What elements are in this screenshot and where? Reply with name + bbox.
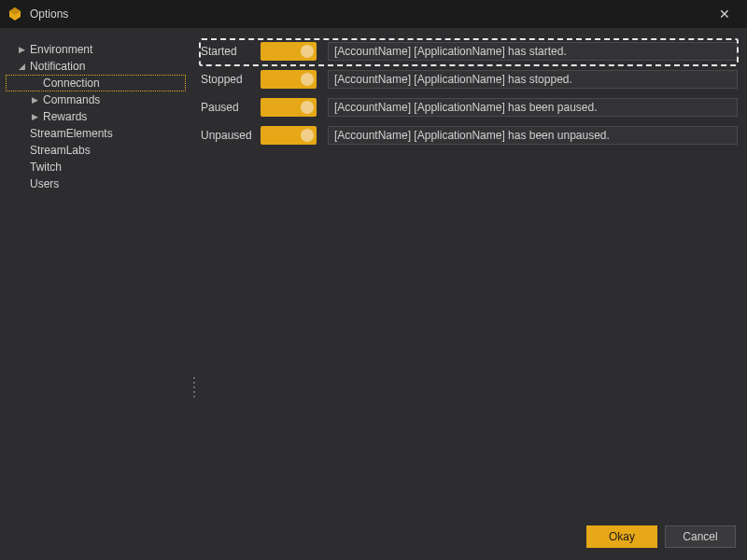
sidebar-item-label: Rewards <box>41 110 87 123</box>
row-label: Paused <box>201 101 261 114</box>
sidebar-item-streamlabs[interactable]: StreamLabs <box>6 142 186 159</box>
message-input-unpaused[interactable] <box>328 126 738 145</box>
window-title: Options <box>30 7 710 21</box>
notification-row-stopped: Stopped <box>201 69 738 90</box>
okay-button[interactable]: Okay <box>586 525 657 548</box>
notification-row-unpaused: Unpaused <box>201 125 738 146</box>
sidebar-item-label: Environment <box>28 43 92 56</box>
sidebar-item-label: Commands <box>41 93 100 106</box>
footer: Okay Cancel <box>0 513 747 560</box>
close-button[interactable]: ✕ <box>710 0 740 28</box>
cancel-button[interactable]: Cancel <box>665 525 736 548</box>
sidebar-item-rewards[interactable]: ▶Rewards <box>6 108 186 125</box>
sidebar-item-users[interactable]: Users <box>6 175 186 192</box>
sidebar-item-environment[interactable]: ▶Environment <box>6 41 186 58</box>
sidebar-item-label: Twitch <box>28 161 62 174</box>
row-label: Unpaused <box>201 129 261 142</box>
close-icon: ✕ <box>719 7 730 21</box>
sidebar-item-label: Notification <box>28 60 85 73</box>
toggle-thumb <box>301 45 314 58</box>
row-label: Stopped <box>201 73 261 86</box>
sidebar-item-connection[interactable]: Connection <box>6 75 186 91</box>
sidebar-item-commands[interactable]: ▶Commands <box>6 91 186 108</box>
expand-right-icon: ▶ <box>28 95 41 105</box>
toggle-thumb <box>301 101 314 114</box>
toggle-paused[interactable] <box>261 98 317 117</box>
notification-row-started: Started <box>201 41 738 62</box>
message-input-started[interactable] <box>328 42 738 61</box>
toggle-stopped[interactable] <box>261 70 317 89</box>
sidebar-item-label: Users <box>28 177 59 190</box>
message-input-stopped[interactable] <box>328 70 738 89</box>
row-label: Started <box>201 45 261 58</box>
expand-down-icon: ◢ <box>15 62 28 71</box>
toggle-thumb <box>301 129 314 142</box>
app-icon <box>7 7 22 21</box>
sidebar-item-notification[interactable]: ◢Notification <box>6 58 186 75</box>
toggle-started[interactable] <box>261 42 317 61</box>
main-panel: StartedStoppedPausedUnpaused <box>197 28 747 513</box>
sidebar-item-twitch[interactable]: Twitch <box>6 159 186 175</box>
sidebar-item-streamelements[interactable]: StreamElements <box>6 125 186 142</box>
sidebar-item-label: StreamElements <box>28 127 113 140</box>
toggle-thumb <box>301 73 314 86</box>
expand-right-icon: ▶ <box>28 112 41 121</box>
expand-right-icon: ▶ <box>15 45 28 54</box>
okay-label: Okay <box>609 530 635 543</box>
titlebar: Options ✕ <box>0 0 747 28</box>
sidebar-item-label: StreamLabs <box>28 144 91 157</box>
sidebar: ▶Environment◢NotificationConnection▶Comm… <box>0 28 191 513</box>
cancel-label: Cancel <box>683 530 717 543</box>
sidebar-item-label: Connection <box>41 77 100 90</box>
toggle-unpaused[interactable] <box>261 126 317 145</box>
message-input-paused[interactable] <box>328 98 738 117</box>
notification-row-paused: Paused <box>201 97 738 118</box>
